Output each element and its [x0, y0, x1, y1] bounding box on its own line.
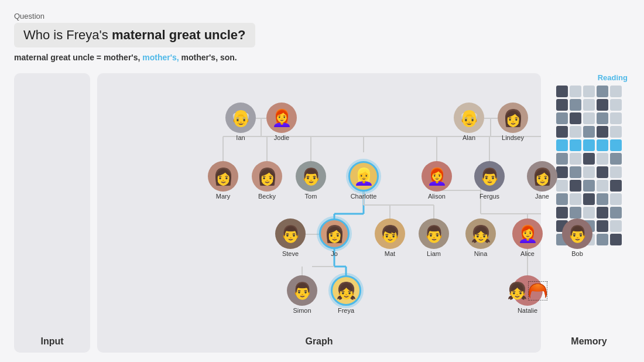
memory-cell-42 [583, 193, 595, 205]
person-steve: 👨Steve [270, 218, 311, 257]
memory-cell-47 [583, 207, 595, 218]
name-jane: Jane [535, 193, 549, 200]
name-mat: Mat [385, 250, 395, 257]
memory-cell-7 [583, 99, 595, 111]
input-panel: Input [14, 73, 90, 353]
avatar-bob: 👨 [562, 218, 592, 249]
memory-cell-2 [583, 86, 595, 97]
person-jane: 👩Jane [522, 161, 563, 200]
avatar-steve: 👨 [275, 218, 306, 249]
avatar-freya: 👧 [331, 275, 361, 306]
person-jodie: 👩‍🦰Jodie [261, 103, 302, 141]
person-alan: 👴Alan [448, 103, 489, 141]
avatar-mary: 👩 [208, 161, 238, 192]
memory-cell-33 [597, 166, 608, 178]
memory-cell-1 [570, 86, 581, 97]
definition-text: maternal great uncle = mother's, mother'… [14, 53, 237, 62]
question-box: Who is Freya's maternal great uncle? [14, 23, 255, 47]
name-alan: Alan [463, 134, 475, 141]
person-nina: 👧Nina [460, 218, 501, 257]
name-jodie: Jodie [274, 134, 289, 141]
memory-cell-11 [570, 112, 581, 124]
memory-cell-17 [583, 126, 595, 138]
memory-cell-13 [597, 112, 608, 124]
memory-cell-41 [570, 193, 581, 205]
memory-cell-22 [583, 139, 595, 151]
memory-cell-14 [610, 112, 622, 124]
question-text: Who is Freya's maternal great uncle? [23, 28, 246, 42]
avatar-ian: 👴 [225, 103, 256, 133]
person-mary: 👩Mary [203, 161, 244, 200]
memory-cell-28 [597, 153, 608, 165]
avatar-fergus: 👨 [474, 161, 505, 192]
memory-cell-37 [583, 180, 595, 192]
def-plain2: mother's, son. [179, 53, 237, 62]
person-natalie: 👧‍🦰Natalie [507, 275, 548, 314]
memory-cell-26 [570, 153, 581, 165]
avatar-mat: 👦 [375, 218, 405, 249]
memory-cell-45 [556, 207, 568, 218]
memory-cell-31 [570, 166, 581, 178]
avatar-tom: 👨 [296, 161, 326, 192]
person-alice: 👩‍🦰Alice [507, 218, 548, 257]
name-becky: Becky [258, 193, 276, 200]
avatar-simon: 👨 [287, 275, 317, 306]
person-ian: 👴Ian [220, 103, 261, 141]
memory-cell-32 [583, 166, 595, 178]
person-lindsey: 👩Lindsey [492, 103, 533, 141]
input-label: Input [40, 336, 63, 347]
memory-cell-39 [610, 180, 622, 192]
name-bob: Bob [571, 250, 583, 257]
memory-cell-0 [556, 86, 568, 97]
avatar-lindsey: 👩 [498, 103, 528, 133]
avatar-jo: 👩 [319, 218, 350, 249]
memory-cell-49 [610, 207, 622, 218]
memory-cell-54 [610, 220, 622, 232]
avatar-nina: 👧 [465, 218, 496, 249]
memory-cell-16 [570, 126, 581, 138]
avatar-jodie: 👩‍🦰 [266, 103, 297, 133]
graph-label: Graph [305, 336, 333, 347]
memory-cell-27 [583, 153, 595, 165]
main-container: Question Who is Freya's maternal great u… [0, 0, 644, 362]
def-plain1: maternal great uncle = mother's, [14, 53, 142, 62]
memory-cell-10 [556, 112, 568, 124]
memory-cell-46 [570, 207, 581, 218]
question-label: Question [14, 12, 630, 21]
family-tree: 👴Ian👩‍🦰Jodie👴Alan👩Lindsey👩Mary👩Becky👨Tom… [97, 73, 541, 335]
memory-cell-53 [597, 220, 608, 232]
memory-cell-24 [610, 139, 622, 151]
name-liam: Liam [427, 250, 441, 257]
memory-cell-19 [610, 126, 622, 138]
name-simon: Simon [293, 307, 311, 314]
name-charlotte: Charlotte [351, 193, 377, 200]
question-bold: maternal great uncle? [112, 28, 246, 42]
memory-cell-48 [597, 207, 608, 218]
person-freya: 👧Freya [326, 275, 366, 314]
avatar-liam: 👨 [419, 218, 449, 249]
memory-cell-8 [597, 99, 608, 111]
name-alice: Alice [520, 250, 535, 257]
person-charlotte: 👱‍♀️Charlotte [343, 161, 384, 200]
avatar-alan: 👴 [454, 103, 484, 133]
graph-panel: 👴Ian👩‍🦰Jodie👴Alan👩Lindsey👩Mary👩Becky👨Tom… [97, 73, 541, 353]
person-simon: 👨Simon [282, 275, 323, 314]
person-bob: 👨Bob [557, 218, 598, 257]
avatar-natalie: 👧‍🦰 [512, 275, 543, 306]
question-section: Question Who is Freya's maternal great u… [14, 12, 630, 63]
name-fergus: Fergus [479, 193, 499, 200]
avatar-jane: 👩 [527, 161, 557, 192]
person-fergus: 👨Fergus [469, 161, 510, 200]
avatar-charlotte: 👱‍♀️ [348, 161, 379, 192]
memory-cell-38 [597, 180, 608, 192]
def-highlight: mother's, [142, 53, 179, 62]
memory-cell-20 [556, 139, 568, 151]
name-tom: Tom [305, 193, 317, 200]
person-jo: 👩Jo [314, 218, 355, 257]
memory-cell-12 [583, 112, 595, 124]
memory-cell-59 [610, 234, 622, 245]
memory-cell-18 [597, 126, 608, 138]
name-mary: Mary [216, 193, 230, 200]
memory-panel: Reading Memory [548, 73, 630, 353]
person-tom: 👨Tom [290, 161, 331, 200]
